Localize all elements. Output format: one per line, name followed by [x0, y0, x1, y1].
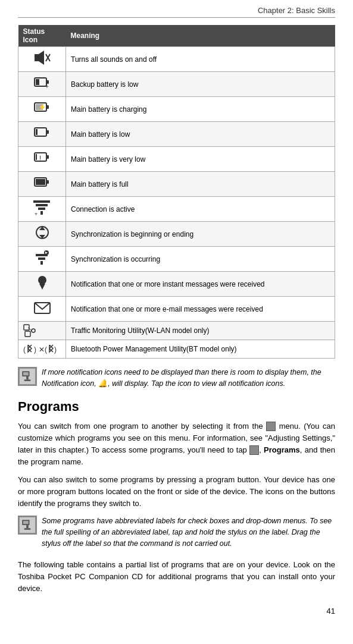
programs-bold: Programs [264, 445, 300, 454]
svg-text:!: ! [39, 155, 41, 163]
svg-rect-52 [26, 525, 29, 528]
chapter-title: Chapter 2: Basic Skills [18, 6, 335, 18]
table-icon-cell [18, 297, 66, 322]
table-row: Notification that one or more e-mail mes… [66, 297, 335, 322]
svg-rect-9 [46, 105, 49, 109]
col-status-icon: Status Icon [18, 25, 66, 47]
svg-rect-36 [25, 331, 30, 337]
table-icon-cell [18, 47, 66, 72]
table-icon-cell [18, 122, 66, 147]
svg-rect-20 [46, 180, 49, 184]
svg-rect-21 [36, 179, 45, 185]
tap-icon [249, 445, 259, 455]
col-meaning: Meaning [66, 25, 335, 47]
svg-rect-46 [23, 372, 29, 375]
programs-para2: You can also switch to some programs by … [18, 474, 335, 510]
table-row: Main battery is charging [66, 97, 335, 122]
status-table: Status Icon Meaning Turns all sounds on … [18, 25, 335, 359]
svg-text:(: ( [45, 345, 47, 354]
svg-point-32 [38, 276, 46, 284]
svg-rect-47 [26, 376, 29, 379]
svg-rect-51 [23, 521, 29, 524]
svg-rect-6 [36, 79, 39, 85]
programs-para1: You can switch from one program to anoth… [18, 420, 335, 469]
svg-text:): ) [34, 345, 36, 354]
table-icon-cell [18, 222, 66, 247]
table-icon-cell: ⚡ [18, 97, 66, 122]
note-1-text: If more notification icons need to be di… [42, 367, 335, 389]
svg-rect-23 [38, 208, 45, 210]
table-row: Turns all sounds on and off [66, 47, 335, 72]
table-icon-cell: + [18, 72, 66, 97]
table-row: Backup battery is low [66, 72, 335, 97]
svg-rect-48 [24, 379, 31, 381]
svg-marker-33 [39, 284, 45, 290]
table-row: Main battery is low [66, 122, 335, 147]
table-row: Synchronization is beginning or ending [66, 222, 335, 247]
note-programs: Some programs have abbreviated labels fo… [18, 516, 335, 549]
table-row: Notification that one or more instant me… [66, 272, 335, 297]
table-row: Synchronization is occurring [66, 247, 335, 272]
page-number: 41 [18, 607, 335, 615]
svg-text:⚡: ⚡ [38, 103, 46, 111]
programs-para3: The following table contains a partial l… [18, 559, 335, 595]
svg-rect-13 [46, 130, 49, 134]
table-icon-cell: ! [18, 147, 66, 172]
start-menu-icon [266, 422, 276, 431]
programs-title: Programs [18, 399, 335, 414]
svg-text:+: + [35, 211, 38, 216]
svg-text:): ) [54, 345, 57, 354]
note-2-text: Some programs have abbreviated labels fo… [42, 516, 335, 549]
svg-rect-35 [24, 325, 29, 330]
table-row: Bluetooth Power Management Utility(BT mo… [66, 340, 335, 359]
note-icon-2 [18, 516, 37, 535]
svg-rect-14 [36, 129, 38, 135]
svg-rect-24 [36, 204, 48, 206]
svg-rect-16 [46, 155, 49, 159]
table-row: Main battery is very low [66, 147, 335, 172]
table-icon-cell [18, 272, 66, 297]
table-icon-cell [18, 322, 66, 340]
table-icon-cell [18, 247, 66, 272]
table-icon-cell [18, 172, 66, 197]
svg-rect-53 [24, 529, 31, 530]
table-icon-cell: ( ) ✕ ( ) [18, 340, 66, 359]
svg-rect-17 [36, 154, 37, 160]
svg-rect-25 [33, 200, 50, 203]
svg-marker-1 [39, 51, 44, 65]
svg-text:✕: ✕ [39, 345, 45, 354]
svg-rect-28 [40, 261, 43, 265]
svg-point-37 [32, 329, 35, 332]
table-row: Connection is active [66, 197, 335, 222]
table-icon-cell: + [18, 197, 66, 222]
note-notification: If more notification icons need to be di… [18, 367, 335, 389]
table-row: Main battery is full [66, 172, 335, 197]
svg-rect-22 [40, 211, 43, 215]
table-row: Traffic Monitoring Utility(W-LAN model o… [66, 322, 335, 340]
svg-rect-0 [35, 54, 39, 61]
svg-rect-29 [38, 257, 45, 260]
svg-text:(: ( [23, 345, 26, 354]
note-icon-1 [18, 367, 37, 386]
svg-text:+: + [45, 83, 49, 90]
